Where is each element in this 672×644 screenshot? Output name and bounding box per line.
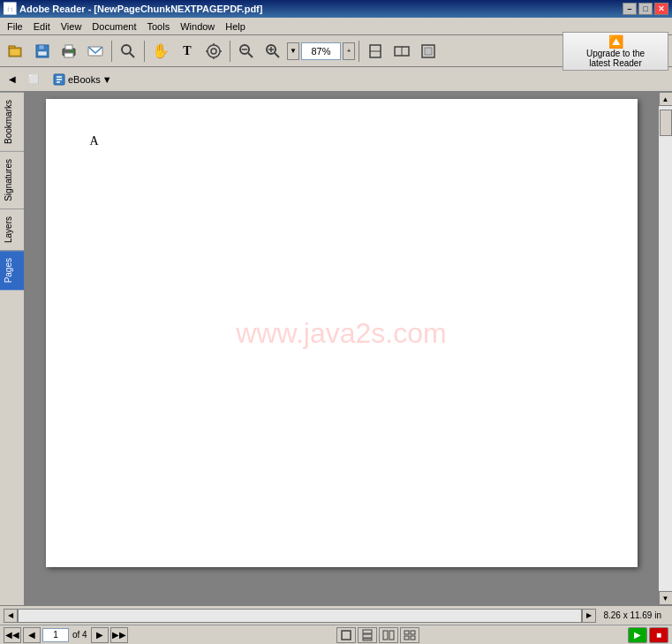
nav-prev-button[interactable]: ◀ [23, 627, 41, 643]
zoom-dropdown-arrow[interactable]: ▼ [287, 42, 299, 60]
separator3 [230, 41, 230, 62]
audio-stop-button[interactable]: ■ [649, 627, 668, 643]
svg-point-14 [211, 49, 216, 54]
upgrade-line1: Upgrade to the [586, 49, 645, 58]
zoom-out-button[interactable] [234, 39, 259, 64]
svg-rect-1 [9, 46, 15, 49]
menu-document[interactable]: Document [87, 19, 141, 34]
watermark: www.java2s.com [236, 317, 446, 350]
svg-rect-8 [64, 53, 73, 57]
minimize-button[interactable]: – [623, 3, 637, 15]
adobe-icon: 🅰 [4, 2, 16, 16]
audio-play-button[interactable]: ▶ [628, 627, 647, 643]
view-buttons [336, 627, 419, 643]
snapshot-button[interactable] [201, 39, 226, 64]
titlebar-title: Adobe Reader - [NewPageChunkNEXTPAGEPDF.… [19, 4, 262, 14]
page-of-total: of 4 [71, 630, 89, 640]
menu-file[interactable]: File [2, 19, 28, 34]
separator2 [144, 41, 145, 62]
hscroll-track[interactable] [18, 609, 582, 623]
menu-window[interactable]: Window [175, 19, 220, 34]
svg-rect-40 [383, 631, 388, 640]
svg-rect-44 [404, 636, 409, 640]
zoom-input[interactable] [301, 42, 341, 60]
save-button[interactable] [30, 39, 55, 64]
email-button[interactable] [83, 39, 108, 64]
vertical-scrollbar: ▲ ▼ [658, 92, 672, 605]
page-number-input[interactable] [42, 628, 69, 642]
svg-rect-4 [39, 45, 44, 49]
svg-rect-43 [411, 631, 415, 634]
svg-rect-31 [425, 48, 432, 55]
ebooks-dropdown-arrow: ▼ [102, 74, 112, 85]
svg-line-12 [130, 53, 134, 57]
upgrade-line2: latest Reader [589, 58, 641, 68]
upgrade-icon: 🔼 [608, 34, 623, 49]
menu-edit[interactable]: Edit [28, 19, 56, 34]
full-screen-button[interactable] [416, 39, 441, 64]
statusbar: ◀ ▶ 8.26 x 11.69 in [0, 605, 672, 625]
open-button[interactable] [4, 39, 28, 64]
sidebar-tab-layers[interactable]: Layers [0, 208, 24, 250]
scroll-thumb[interactable] [660, 110, 672, 136]
hand-tool-button[interactable]: ✋ [148, 39, 173, 64]
scroll-up-button[interactable]: ▲ [659, 92, 673, 106]
menu-help[interactable]: Help [220, 19, 251, 34]
menu-view[interactable]: View [56, 19, 87, 34]
hscroll-right-button[interactable]: ▶ [582, 609, 596, 623]
svg-rect-7 [65, 45, 72, 49]
upgrade-banner[interactable]: 🔼 Upgrade to the latest Reader [563, 32, 668, 71]
scroll-down-button[interactable]: ▼ [659, 591, 673, 605]
titlebar-left: 🅰 Adobe Reader - [NewPageChunkNEXTPAGEPD… [4, 2, 262, 16]
svg-rect-37 [363, 630, 372, 633]
audio-buttons: ▶ ■ [628, 627, 668, 643]
hscroll-left-button[interactable]: ◀ [4, 609, 18, 623]
nav-next-button[interactable]: ▶ [91, 627, 109, 643]
sidebar-tab-pages[interactable]: Pages [0, 250, 24, 290]
zoom-in-button[interactable] [260, 39, 285, 64]
svg-rect-36 [342, 631, 351, 640]
sidebar-tab-bookmarks[interactable]: Bookmarks [0, 92, 24, 151]
titlebar-controls: – □ ✕ [623, 3, 668, 15]
text-select-button[interactable]: T [175, 39, 200, 64]
view-continuous-button[interactable] [358, 627, 377, 643]
back-button[interactable]: ◀ [4, 71, 21, 88]
svg-rect-2 [10, 49, 20, 56]
svg-rect-5 [38, 51, 47, 56]
scroll-track[interactable] [659, 106, 673, 591]
svg-rect-38 [363, 634, 372, 638]
search-button[interactable] [116, 39, 140, 64]
fit-width-button[interactable] [389, 39, 414, 64]
toolbar2: ◀ ⬜ eBooks ▼ [0, 67, 672, 92]
view-extra-button[interactable] [400, 627, 419, 643]
pdf-page: A www.java2s.com [46, 99, 638, 567]
forward-button[interactable]: ⬜ [25, 71, 42, 88]
ebooks-button[interactable]: eBooks ▼ [46, 70, 118, 89]
svg-point-11 [122, 45, 131, 54]
svg-rect-41 [389, 631, 394, 640]
pdf-area: A www.java2s.com [25, 92, 658, 605]
pdf-content-letter: A [90, 134, 99, 148]
svg-line-23 [275, 53, 279, 57]
separator4 [359, 41, 359, 62]
titlebar: 🅰 Adobe Reader - [NewPageChunkNEXTPAGEPD… [0, 0, 672, 18]
svg-point-9 [72, 49, 74, 52]
ebooks-label: eBooks [68, 74, 101, 85]
close-button[interactable]: ✕ [654, 3, 668, 15]
zoom-box: ▼ + [287, 42, 355, 60]
page-dimensions: 8.26 x 11.69 in [596, 610, 668, 620]
main-layout: Bookmarks Signatures Layers Pages A www.… [0, 92, 672, 605]
svg-rect-39 [363, 639, 372, 640]
print-button[interactable] [57, 39, 81, 64]
view-facing-button[interactable] [379, 627, 398, 643]
svg-line-20 [248, 53, 253, 57]
fit-page-button[interactable] [363, 39, 388, 64]
nav-first-button[interactable]: ◀◀ [4, 627, 21, 643]
toolbar1: ✋ T ▼ + 🔼 Upgrade to the latest Reader [0, 35, 672, 67]
sidebar-tab-signatures[interactable]: Signatures [0, 151, 24, 208]
view-single-button[interactable] [336, 627, 356, 643]
menu-tools[interactable]: Tools [142, 19, 176, 34]
nav-last-button[interactable]: ▶▶ [110, 627, 128, 643]
maximize-button[interactable]: □ [638, 3, 653, 15]
zoom-add-button[interactable]: + [343, 42, 355, 60]
